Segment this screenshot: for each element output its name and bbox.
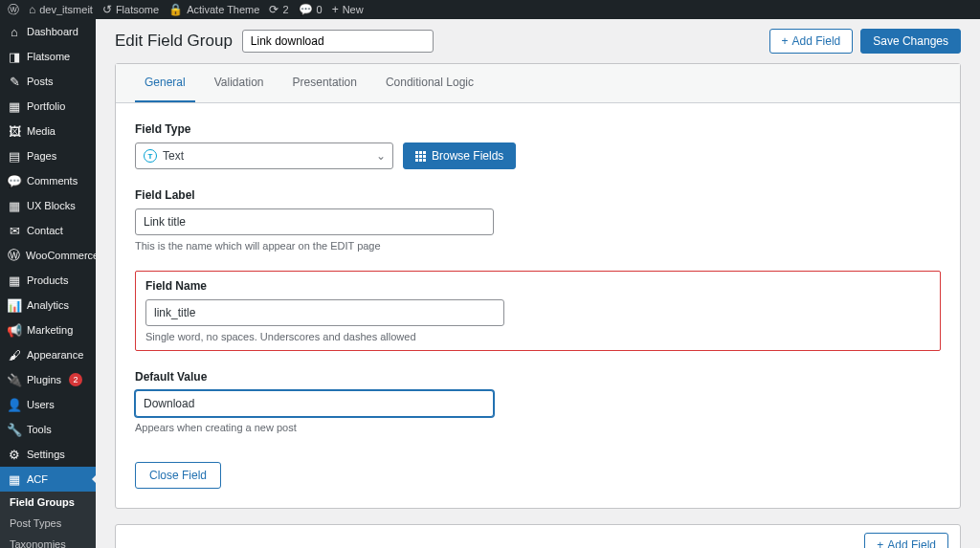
default-value-group: Default Value Appears when creating a ne… [135, 370, 941, 433]
appearance-icon: 🖌 [8, 348, 21, 362]
updates-link[interactable]: ⟳2 [269, 3, 288, 16]
media-icon: 🖾 [8, 124, 21, 138]
new-link[interactable]: +New [332, 3, 364, 16]
field-label-group: Field Label This is the name which will … [135, 188, 941, 252]
close-field-button[interactable]: Close Field [135, 462, 221, 489]
field-type-group: Field Type T Text ⌄ Browse Fields [135, 122, 941, 169]
page-title: Edit Field Group [115, 32, 233, 51]
contact-icon: ✉ [8, 224, 21, 237]
tab-general[interactable]: General [135, 64, 195, 102]
pages-icon: ▤ [8, 149, 21, 163]
sidebar-item-portfolio[interactable]: ▦Portfolio [0, 94, 96, 119]
field-label-help: This is the name which will appear on th… [135, 240, 941, 252]
sidebar-item-plugins[interactable]: 🔌Plugins2 [0, 367, 96, 392]
sidebar-item-comments[interactable]: 💬Comments [0, 168, 96, 193]
sidebar-item-users[interactable]: 👤Users [0, 392, 96, 417]
field-name-group: Field Name Single word, no spaces. Under… [135, 271, 941, 351]
tab-validation[interactable]: Validation [205, 64, 274, 102]
field-name-help: Single word, no spaces. Underscores and … [145, 331, 930, 342]
default-value-input[interactable] [135, 390, 494, 417]
tools-icon: 🔧 [8, 423, 21, 436]
sidebar-item-flatsome[interactable]: ◨Flatsome [0, 44, 96, 69]
browse-fields-button[interactable]: Browse Fields [403, 142, 516, 169]
users-icon: 👤 [8, 398, 21, 411]
tab-presentation[interactable]: Presentation [283, 64, 367, 102]
sidebar-item-posts[interactable]: ✎Posts [0, 69, 96, 94]
plugins-icon: 🔌 [8, 373, 21, 386]
field-name-input[interactable] [145, 299, 504, 326]
sidebar-item-dashboard[interactable]: ⌂Dashboard [0, 19, 96, 44]
main-content: Edit Field Group +Add Field Save Changes… [96, 19, 980, 548]
default-value-help: Appears when creating a new post [135, 422, 941, 433]
sidebar-item-pages[interactable]: ▤Pages [0, 143, 96, 168]
sidebar-item-media[interactable]: 🖾Media [0, 119, 96, 143]
products-icon: ▦ [8, 274, 21, 287]
tab-conditional-logic[interactable]: Conditional Logic [376, 64, 483, 102]
add-field-button-bottom[interactable]: +Add Field [864, 533, 948, 548]
admin-sidebar: ⌂Dashboard ◨Flatsome ✎Posts ▦Portfolio 🖾… [0, 19, 96, 548]
sidebar-item-analytics[interactable]: 📊Analytics [0, 293, 96, 318]
sidebar-item-uxblocks[interactable]: ▦UX Blocks [0, 193, 96, 218]
submenu-taxonomies[interactable]: Taxonomies [0, 534, 96, 548]
analytics-icon: 📊 [8, 298, 21, 312]
sidebar-item-contact[interactable]: ✉Contact [0, 218, 96, 243]
save-changes-button[interactable]: Save Changes [860, 29, 961, 54]
comments-icon: 💬 [8, 174, 21, 187]
uxblocks-icon: ▦ [8, 199, 21, 212]
plus-icon: + [877, 538, 883, 548]
sidebar-item-products[interactable]: ▦Products [0, 268, 96, 293]
sidebar-item-tools[interactable]: 🔧Tools [0, 417, 96, 442]
posts-icon: ✎ [8, 75, 21, 88]
field-type-select[interactable]: T Text ⌄ [135, 142, 393, 169]
sidebar-item-settings[interactable]: ⚙Settings [0, 442, 96, 467]
acf-submenu: Field Groups Post Types Taxonomies Tools… [0, 492, 96, 548]
admin-bar: ⓦ ⌂dev_itsmeit ↺Flatsome 🔒Activate Theme… [0, 0, 980, 19]
grid-icon [415, 151, 426, 162]
sidebar-item-woocommerce[interactable]: ⓌWooCommerce [0, 243, 96, 268]
sidebar-item-appearance[interactable]: 🖌Appearance [0, 342, 96, 367]
theme-link[interactable]: ↺Flatsome [102, 3, 159, 16]
marketing-icon: 📢 [8, 323, 21, 337]
field-tabs: General Validation Presentation Conditio… [116, 64, 960, 103]
comments-link[interactable]: 💬0 [299, 3, 323, 16]
page-header: Edit Field Group +Add Field Save Changes [96, 19, 980, 63]
bottom-add-panel: +Add Field [115, 524, 961, 548]
flatsome-icon: ◨ [8, 50, 21, 63]
field-label-input[interactable] [135, 208, 494, 235]
field-label-label: Field Label [135, 188, 941, 202]
acf-icon: ▦ [8, 472, 21, 486]
plugins-badge: 2 [69, 373, 82, 386]
field-panel: General Validation Presentation Conditio… [115, 63, 961, 509]
wp-logo[interactable]: ⓦ [8, 2, 19, 18]
portfolio-icon: ▦ [8, 99, 21, 113]
field-type-label: Field Type [135, 122, 941, 136]
submenu-post-types[interactable]: Post Types [0, 513, 96, 534]
submenu-field-groups[interactable]: Field Groups [0, 492, 96, 513]
woocommerce-icon: Ⓦ [8, 249, 20, 262]
settings-icon: ⚙ [8, 448, 21, 461]
default-value-label: Default Value [135, 370, 941, 384]
plus-icon: + [782, 34, 789, 48]
sidebar-item-acf[interactable]: ▦ACF [0, 467, 96, 492]
activate-theme[interactable]: 🔒Activate Theme [168, 3, 259, 16]
add-field-button-top[interactable]: +Add Field [769, 29, 854, 54]
site-link[interactable]: ⌂dev_itsmeit [29, 3, 93, 16]
dashboard-icon: ⌂ [8, 25, 21, 38]
sidebar-item-marketing[interactable]: 📢Marketing [0, 318, 96, 342]
chevron-down-icon: ⌄ [376, 149, 386, 163]
text-type-icon: T [144, 149, 157, 163]
group-title-input[interactable] [242, 30, 434, 53]
field-name-label: Field Name [145, 279, 930, 293]
